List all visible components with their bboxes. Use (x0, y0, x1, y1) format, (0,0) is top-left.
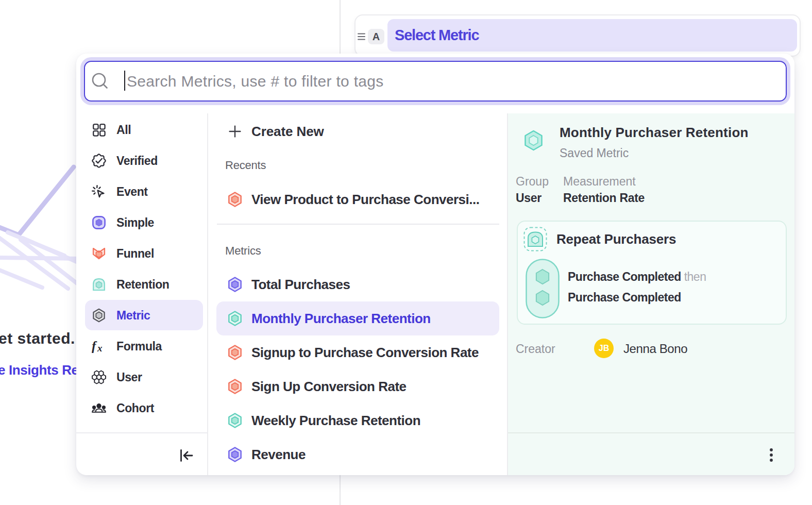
svg-text:x: x (97, 343, 103, 354)
svg-text:f: f (92, 339, 97, 353)
